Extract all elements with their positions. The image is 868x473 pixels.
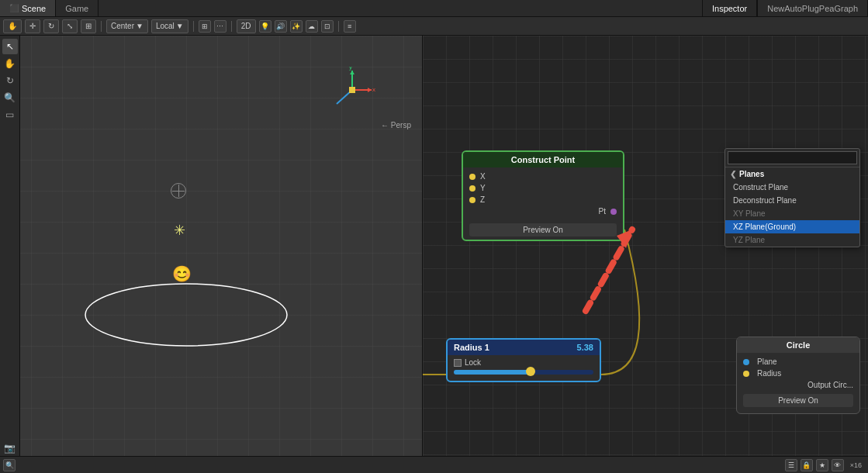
- grid-icon: ⊞: [202, 22, 208, 30]
- sun-icon: ✳: [174, 222, 185, 239]
- dropdown-item-1[interactable]: Deconstruct Plane: [725, 194, 859, 207]
- bt-star-btn[interactable]: ★: [816, 459, 828, 471]
- circle-preview-btn[interactable]: Preview On: [743, 394, 853, 407]
- dropdown-header: ❮ Planes: [725, 167, 859, 181]
- viewport[interactable]: ↖ ✋ ↻ 🔍 ▭ 📷: [0, 36, 422, 456]
- fx-btn[interactable]: ✨: [290, 20, 303, 33]
- dropdown-back-btn[interactable]: ❮: [730, 170, 736, 178]
- node-construct-point: Construct Point X Y Z: [462, 150, 624, 241]
- port-x-row: X: [463, 171, 623, 182]
- node-circle: Circle Plane Radius Output Circ...: [736, 337, 860, 414]
- audio-btn[interactable]: 🔊: [275, 20, 287, 33]
- left-tools: ↖ ✋ ↻ 🔍 ▭ 📷: [0, 36, 20, 456]
- center-chevron: ▼: [136, 22, 144, 30]
- tab-scene[interactable]: ⬛ Scene: [0, 0, 56, 16]
- dropdown-item-2[interactable]: XY Plane: [725, 207, 859, 220]
- port-z-dot: [469, 197, 475, 203]
- port-y-dot: [469, 185, 475, 192]
- bt-lock-btn[interactable]: 🔒: [801, 459, 813, 471]
- more-icon: ⊡: [324, 22, 330, 30]
- circle-header: Circle: [737, 337, 859, 353]
- node-radius: Radius 1 5.38 Lock: [446, 338, 601, 382]
- construct-preview-btn[interactable]: Preview On: [469, 223, 617, 236]
- light-btn[interactable]: 💡: [259, 20, 271, 33]
- svg-marker-1: [368, 88, 372, 92]
- svg-rect-5: [349, 87, 355, 93]
- sky-btn[interactable]: ☁: [306, 20, 318, 33]
- scale-tool-btn[interactable]: ⤡: [62, 19, 78, 33]
- svg-text:x: x: [372, 86, 375, 93]
- radius-slider[interactable]: [454, 370, 593, 375]
- tab-graph[interactable]: NewAutoPlugPeaGraph: [757, 0, 868, 16]
- dropdown-item-0[interactable]: Construct Plane: [725, 181, 859, 194]
- port-x-dot: [469, 174, 475, 180]
- tab-inspector[interactable]: Inspector: [702, 0, 757, 16]
- local-btn[interactable]: Local ▼: [151, 19, 188, 33]
- dropdown-popup: ❮ Planes Construct Plane Deconstruct Pla…: [724, 148, 860, 247]
- local-label: Local: [156, 22, 175, 30]
- transform-tool-btn[interactable]: ⊞: [81, 19, 96, 33]
- slider-thumb[interactable]: [526, 367, 535, 376]
- tool-zoom[interactable]: 🔍: [2, 90, 18, 105]
- toolbar-sep-4: [338, 21, 339, 32]
- construct-point-header: Construct Point: [463, 152, 623, 167]
- dropdown-item-4[interactable]: YZ Plane: [725, 233, 859, 247]
- snap-btn[interactable]: ⋯: [214, 20, 227, 33]
- left-panel: ↖ ✋ ↻ 🔍 ▭ 📷: [0, 36, 423, 456]
- lock-checkbox[interactable]: [454, 359, 462, 367]
- tab-game[interactable]: Game: [56, 0, 99, 16]
- zoom-label: ×16: [847, 461, 865, 469]
- hand-tool-btn[interactable]: ✋: [3, 19, 22, 33]
- lock-row: Lock: [454, 358, 593, 367]
- tool-hand[interactable]: ✋: [2, 56, 18, 71]
- main-toolbar: ✋ ✛ ↻ ⤡ ⊞ Center ▼ Local ▼ ⊞ ⋯ 2D 💡 🔊 ✨ …: [0, 17, 868, 36]
- layers-icon: ≡: [348, 22, 351, 30]
- svg-text:y: y: [349, 67, 352, 71]
- dropdown-search-input[interactable]: [728, 151, 857, 164]
- audio-icon: 🔊: [276, 22, 285, 30]
- output-label: Output Circ...: [743, 379, 853, 391]
- tool-rect[interactable]: ▭: [2, 107, 18, 123]
- layers-btn[interactable]: ≡: [344, 20, 356, 33]
- graph-area[interactable]: Construct Point X Y Z: [423, 36, 868, 456]
- grid-btn[interactable]: ⊞: [199, 20, 211, 33]
- bt-eye-btn[interactable]: 👁: [832, 459, 844, 471]
- tool-camera[interactable]: 📷: [2, 440, 18, 456]
- construct-point-body: X Y Z Pt: [463, 167, 623, 220]
- bt-view-btn[interactable]: ☰: [785, 459, 797, 471]
- port-z-row: Z: [463, 194, 623, 205]
- circle-port-plane: Plane: [743, 356, 853, 368]
- ellipse-object: [78, 276, 295, 354]
- dropdown-item-3[interactable]: XZ Plane(Ground): [725, 220, 859, 233]
- radius-body: Lock: [448, 355, 600, 381]
- toolbar-sep-2: [193, 21, 194, 32]
- local-chevron: ▼: [176, 22, 184, 30]
- svg-line-9: [586, 230, 632, 311]
- graph-tab-label: NewAutoPlugPeaGraph: [767, 4, 858, 13]
- rotate-tool-btn[interactable]: ↻: [43, 19, 59, 33]
- wire-connections: [423, 36, 655, 152]
- bt-search-btn[interactable]: 🔍: [3, 459, 16, 471]
- toolbar-sep-1: [101, 21, 102, 32]
- plane-port-dot: [743, 359, 749, 365]
- dropdown-section-title: Planes: [739, 170, 764, 178]
- axis-gizmo: y x: [329, 67, 375, 113]
- center-btn[interactable]: Center ▼: [106, 19, 148, 33]
- crosshair: [171, 183, 186, 199]
- more-btn[interactable]: ⊡: [321, 20, 334, 33]
- snap-icon: ⋯: [216, 22, 223, 30]
- 2d-btn[interactable]: 2D: [237, 19, 256, 33]
- svg-point-8: [85, 284, 287, 346]
- dropdown-search-bar: [725, 149, 859, 167]
- light-icon: 💡: [261, 22, 269, 30]
- tool-rotate-view[interactable]: ↻: [2, 73, 18, 88]
- scene-tab-label: Scene: [22, 4, 46, 13]
- tool-select[interactable]: ↖: [2, 39, 18, 54]
- circle-body: Plane Radius Output Circ... Preview On: [737, 353, 859, 413]
- move-tool-btn[interactable]: ✛: [25, 19, 40, 33]
- center-label: Center: [111, 22, 134, 30]
- svg-marker-3: [350, 71, 354, 74]
- bottom-toolbar: 🔍 ☰ 🔒 ★ 👁 ×16: [0, 457, 868, 473]
- sky-icon: ☁: [308, 22, 315, 30]
- top-tab-bar: ⬛ Scene Game Inspector NewAutoPlugPeaGra…: [0, 0, 868, 17]
